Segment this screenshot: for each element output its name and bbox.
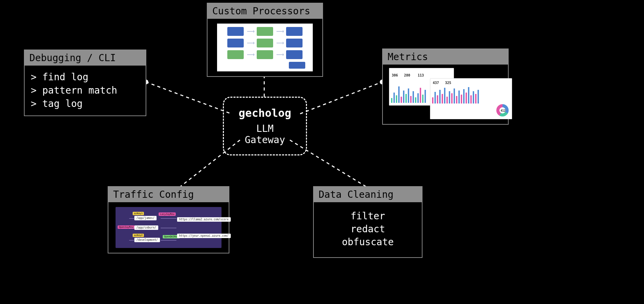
route-key: azKey2 xyxy=(133,234,144,237)
card-body: > find log > pattern match > tag log xyxy=(25,66,146,115)
kpi-value: 113 xyxy=(418,73,424,77)
svg-line-0 xyxy=(146,82,229,113)
flow-diagram-thumbnail xyxy=(217,24,313,71)
metrics-dashboard-thumbnail: 306 280 113 xyxy=(389,68,502,119)
card-debugging: Debugging / CLI > find log > pattern mat… xyxy=(24,50,146,116)
routing-diagram-thumbnail: azKey1 /app/james/ LazyJayRou OpenJayRou… xyxy=(116,207,222,248)
route-target: https://your.openai.azure.com/ xyxy=(177,234,231,238)
svg-line-2 xyxy=(300,82,382,114)
card-metrics: Metrics 306 280 113 xyxy=(382,49,509,125)
hub-subtitle: LLM Gateway xyxy=(236,123,294,146)
card-data-cleaning: Data Cleaning filter redact obfuscate xyxy=(313,186,422,258)
route-badge: OpenJayRou xyxy=(118,225,135,229)
card-header: Metrics xyxy=(383,49,508,65)
card-header: Debugging / CLI xyxy=(25,50,146,66)
route-key: azKey1 xyxy=(133,212,144,215)
route-target: https://llama2.azure.com/score xyxy=(177,217,231,222)
kpi-value: 325 xyxy=(445,81,451,85)
cli-line: > find log xyxy=(31,70,139,84)
hub-title: gecholog xyxy=(236,107,294,120)
route-path: /development/ xyxy=(134,238,160,242)
cli-line: > tag log xyxy=(31,97,139,110)
hub: gecholog LLM Gateway xyxy=(223,97,307,155)
card-body: azKey1 /app/james/ LazyJayRou OpenJayRou… xyxy=(108,202,229,253)
cli-line: > pattern match xyxy=(31,84,139,97)
kpi-value: 437 xyxy=(433,81,439,85)
card-traffic-config: Traffic Config azKey1 /app/james/ LazyJa… xyxy=(108,186,229,253)
data-clean-item: filter xyxy=(320,210,416,223)
route-path: /app/james/ xyxy=(134,216,157,220)
route-badge: LazyJayRou xyxy=(159,212,176,216)
data-clean-item: redact xyxy=(320,223,416,236)
data-clean-item: obfuscate xyxy=(320,236,416,249)
card-body: filter redact obfuscate xyxy=(314,202,422,257)
route-path: /app/coburn/ xyxy=(134,225,158,230)
kpi-value: 306 xyxy=(392,73,398,77)
kpi-value: 412 xyxy=(501,109,506,112)
card-custom-processors: Custom Processors xyxy=(207,3,323,77)
card-body: 306 280 113 xyxy=(383,65,508,124)
card-body xyxy=(207,19,322,76)
kpi-value: 280 xyxy=(404,73,410,77)
card-header: Data Cleaning xyxy=(314,187,422,202)
card-header: Traffic Config xyxy=(108,187,229,202)
card-header: Custom Processors xyxy=(207,3,322,19)
